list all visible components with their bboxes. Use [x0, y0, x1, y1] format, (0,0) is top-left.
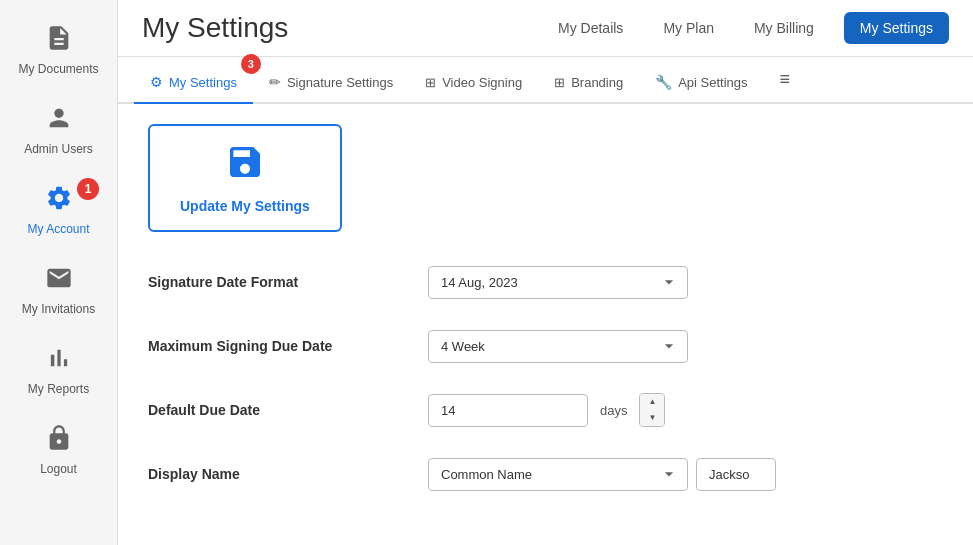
select-signature-date-format[interactable]: 14 Aug, 2023 08/14/2023 2023-08-14: [428, 266, 688, 299]
admin-users-icon: [45, 104, 73, 138]
video-tab-icon: ⊞: [425, 75, 436, 90]
form-row-signature-date-format: Signature Date Format 14 Aug, 2023 08/14…: [148, 260, 943, 304]
label-maximum-signing-due-date: Maximum Signing Due Date: [148, 338, 428, 354]
logout-icon: [45, 424, 73, 458]
tab-api-settings-label: Api Settings: [678, 75, 747, 90]
sidebar-item-admin-users[interactable]: Admin Users: [0, 90, 117, 170]
api-tab-icon: 🔧: [655, 74, 672, 90]
sidebar-item-logout[interactable]: Logout: [0, 410, 117, 490]
signature-tab-icon: ✏: [269, 74, 281, 90]
input-default-due-date[interactable]: [428, 394, 588, 427]
display-name-text-input[interactable]: [696, 458, 776, 491]
sidebar-label-my-reports: My Reports: [28, 382, 89, 396]
select-maximum-signing-due-date[interactable]: 4 Week 1 Week 2 Week 8 Week: [428, 330, 688, 363]
sidebar-label-my-account: My Account: [27, 222, 89, 236]
sidebar-item-my-invitations[interactable]: My Invitations: [0, 250, 117, 330]
settings-content: Update My Settings Signature Date Format…: [118, 104, 973, 545]
tab-api-settings[interactable]: 🔧 Api Settings: [639, 62, 763, 104]
badge-3: 3: [241, 54, 261, 74]
form-row-maximum-signing-due-date: Maximum Signing Due Date 4 Week 1 Week 2…: [148, 324, 943, 368]
sidebar-label-my-invitations: My Invitations: [22, 302, 95, 316]
tab-video-signing[interactable]: ⊞ Video Signing: [409, 63, 538, 104]
form-row-display-name: Display Name Common Name Full Name Usern…: [148, 452, 943, 496]
control-maximum-signing-due-date: 4 Week 1 Week 2 Week 8 Week: [428, 330, 688, 363]
label-default-due-date: Default Due Date: [148, 402, 428, 418]
nav-my-plan[interactable]: My Plan: [653, 14, 724, 42]
spinner-down[interactable]: ▼: [640, 410, 664, 426]
tab-video-signing-label: Video Signing: [442, 75, 522, 90]
update-button-label: Update My Settings: [180, 198, 310, 214]
nav-my-billing[interactable]: My Billing: [744, 14, 824, 42]
tab-bar: ⚙ My Settings 3 ✏ Signature Settings ⊞ V…: [118, 57, 973, 104]
tab-my-settings[interactable]: ⚙ My Settings 3: [134, 62, 253, 104]
page-header: My Settings My Details My Plan My Billin…: [118, 0, 973, 57]
days-suffix: days: [596, 403, 631, 418]
save-icon: [225, 142, 265, 190]
sidebar-label-logout: Logout: [40, 462, 77, 476]
nav-my-details[interactable]: My Details: [548, 14, 633, 42]
my-reports-icon: [45, 344, 73, 378]
sidebar-item-my-account[interactable]: 1 My Account: [0, 170, 117, 250]
tab-branding[interactable]: ⊞ Branding: [538, 63, 639, 104]
update-settings-button[interactable]: Update My Settings: [148, 124, 342, 232]
header-nav: My Details My Plan My Billing My Setting…: [548, 12, 949, 44]
branding-tab-icon: ⊞: [554, 75, 565, 90]
tab-branding-label: Branding: [571, 75, 623, 90]
tab-more[interactable]: ≡: [764, 57, 807, 104]
my-invitations-icon: [45, 264, 73, 298]
my-account-icon: [45, 184, 73, 218]
control-signature-date-format: 14 Aug, 2023 08/14/2023 2023-08-14: [428, 266, 688, 299]
settings-tab-icon: ⚙: [150, 74, 163, 90]
label-display-name: Display Name: [148, 466, 428, 482]
badge-1: 1: [77, 178, 99, 200]
sidebar-label-my-documents: My Documents: [18, 62, 98, 76]
tab-my-settings-label: My Settings: [169, 75, 237, 90]
sidebar-item-my-documents[interactable]: My Documents: [0, 10, 117, 90]
main-content: My Settings My Details My Plan My Billin…: [118, 0, 973, 545]
spinner-up[interactable]: ▲: [640, 394, 664, 410]
spinner-control: ▲ ▼: [639, 393, 665, 427]
sidebar-label-admin-users: Admin Users: [24, 142, 93, 156]
sidebar-item-my-reports[interactable]: My Reports: [0, 330, 117, 410]
page-title: My Settings: [142, 12, 288, 44]
label-signature-date-format: Signature Date Format: [148, 274, 428, 290]
document-icon: [45, 24, 73, 58]
sidebar: My Documents Admin Users 1 My Account My…: [0, 0, 118, 545]
tab-signature-settings-label: Signature Settings: [287, 75, 393, 90]
select-display-name[interactable]: Common Name Full Name Username: [428, 458, 688, 491]
nav-my-settings[interactable]: My Settings: [844, 12, 949, 44]
tab-signature-settings[interactable]: ✏ Signature Settings: [253, 62, 409, 104]
control-display-name: Common Name Full Name Username: [428, 458, 776, 491]
control-default-due-date: days ▲ ▼: [428, 393, 665, 427]
form-row-default-due-date: Default Due Date days ▲ ▼: [148, 388, 943, 432]
